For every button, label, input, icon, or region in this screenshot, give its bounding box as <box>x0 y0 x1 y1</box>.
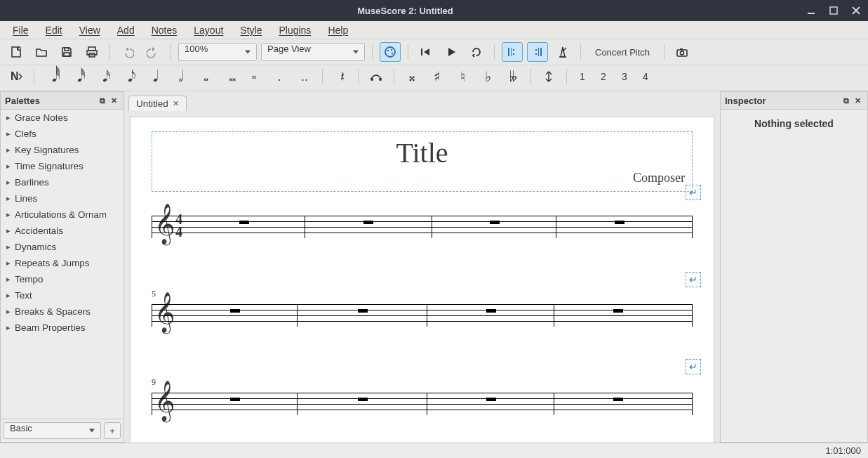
note-32nd-icon[interactable]: 𝅘𝅥𝅰 <box>67 67 88 86</box>
system-break-icon[interactable]: ↵ <box>686 272 701 287</box>
tie-icon[interactable] <box>366 67 387 86</box>
system-break-icon[interactable]: ↵ <box>686 185 701 200</box>
flat-icon[interactable]: ♭ <box>477 67 498 86</box>
close-icon[interactable]: ✕ <box>173 99 179 108</box>
note-8th-icon[interactable]: 𝅘𝅥𝅮 <box>117 67 138 86</box>
menu-help[interactable]: Help <box>321 23 355 37</box>
print-icon[interactable] <box>81 42 102 62</box>
double-dot-icon[interactable]: .. <box>294 67 315 86</box>
voice-1[interactable]: 1 <box>574 67 591 86</box>
note-half-icon[interactable]: 𝅗𝅥 <box>168 67 189 86</box>
menu-layout[interactable]: Layout <box>187 23 230 37</box>
voice-4[interactable]: 4 <box>637 67 654 86</box>
svg-point-13 <box>391 49 392 51</box>
palette-item-lines[interactable]: ▸Lines <box>1 190 123 207</box>
staff[interactable]: 𝄞 <box>152 299 693 332</box>
palette-item-key-signatures[interactable]: ▸Key Signatures <box>1 142 123 158</box>
note-quarter-icon[interactable]: 𝅘𝅥 <box>142 67 163 86</box>
natural-icon[interactable]: ♮ <box>452 67 473 86</box>
view-mode-combo[interactable]: Page View <box>261 43 365 61</box>
flip-icon[interactable] <box>538 67 559 86</box>
sharp-icon[interactable]: ♯ <box>427 67 448 86</box>
title-frame[interactable]: Title Composer <box>152 131 693 192</box>
rest-icon[interactable]: 𝄽 <box>330 67 351 86</box>
palette-item-tempo[interactable]: ▸Tempo <box>1 271 123 287</box>
note-16th-icon[interactable]: 𝅘𝅥𝅯 <box>92 67 113 86</box>
metronome-icon[interactable] <box>552 42 573 62</box>
note-whole-icon[interactable]: 𝅝 <box>193 67 214 86</box>
voice-2[interactable]: 2 <box>595 67 612 86</box>
repeat-start-icon[interactable] <box>502 42 523 62</box>
play-icon[interactable] <box>441 42 462 62</box>
repeat-end-icon[interactable] <box>527 42 548 62</box>
separator <box>171 44 171 60</box>
svg-point-27 <box>681 51 684 55</box>
separator <box>408 44 408 60</box>
staff[interactable]: 𝄞 <box>152 387 693 421</box>
palettes-title: Palettes <box>5 96 40 106</box>
menu-notes[interactable]: Notes <box>145 23 185 37</box>
chevron-right-icon: ▸ <box>6 242 11 251</box>
staff[interactable]: 𝄞 44 <box>152 210 693 244</box>
system-break-icon[interactable]: ↵ <box>686 359 701 374</box>
chevron-right-icon: ▸ <box>6 145 11 155</box>
rewind-icon[interactable] <box>415 42 436 62</box>
palette-item-grace-notes[interactable]: ▸Grace Notes <box>1 110 123 126</box>
maximize-button[interactable] <box>827 4 840 17</box>
tab-label: Untitled <box>136 98 168 109</box>
note-breve-icon[interactable]: 𝅜 <box>218 67 239 86</box>
open-file-icon[interactable] <box>31 42 52 62</box>
loop-icon[interactable] <box>466 42 487 62</box>
redo-icon[interactable] <box>142 42 163 62</box>
main-area: Palettes ⧉ ✕ ▸Grace Notes ▸Clefs ▸Key Si… <box>0 91 868 443</box>
separator <box>372 44 373 60</box>
menu-edit[interactable]: Edit <box>39 23 69 37</box>
palette-item-dynamics[interactable]: ▸Dynamics <box>1 239 123 255</box>
voice-3[interactable]: 3 <box>616 67 633 86</box>
palette-item-clefs[interactable]: ▸Clefs <box>1 126 123 142</box>
add-workspace-button[interactable]: + <box>104 422 121 439</box>
svg-rect-15 <box>421 48 422 55</box>
close-button[interactable] <box>850 4 862 17</box>
palette-item-barlines[interactable]: ▸Barlines <box>1 174 123 190</box>
palette-item-beam[interactable]: ▸Beam Properties <box>1 320 123 336</box>
composer-text[interactable]: Composer <box>159 171 685 185</box>
workspace-combo[interactable]: Basic <box>4 422 101 439</box>
note-longa-icon[interactable]: 𝆸 <box>243 67 265 86</box>
chevron-right-icon: ▸ <box>6 194 11 203</box>
close-icon[interactable]: ✕ <box>108 95 119 106</box>
save-icon[interactable] <box>56 42 77 62</box>
document-tab[interactable]: Untitled ✕ <box>128 96 187 111</box>
camera-icon[interactable] <box>672 42 693 62</box>
palette-item-articulations[interactable]: ▸Articulations & Ornaments <box>1 207 123 223</box>
palettes-header: Palettes ⧉ ✕ <box>1 92 123 110</box>
undo-icon[interactable] <box>117 42 138 62</box>
menu-style[interactable]: Style <box>233 23 269 37</box>
palette-item-accidentals[interactable]: ▸Accidentals <box>1 223 123 239</box>
double-sharp-icon[interactable]: 𝄪 <box>401 67 422 86</box>
concert-pitch-button[interactable]: Concert Pitch <box>588 43 657 61</box>
palette-item-text[interactable]: ▸Text <box>1 287 123 303</box>
menu-plugins[interactable]: Plugins <box>272 23 318 37</box>
menu-file[interactable]: File <box>6 23 36 37</box>
document-tabs: Untitled ✕ <box>124 91 720 111</box>
score-title[interactable]: Title <box>159 136 685 169</box>
close-icon[interactable]: ✕ <box>852 95 863 106</box>
palette-item-breaks[interactable]: ▸Breaks & Spacers <box>1 303 123 320</box>
minimize-button[interactable] <box>805 4 817 17</box>
score-canvas[interactable]: Title Composer ↵ ↵ ↵ 𝄞 44 <box>124 111 720 443</box>
note-input-icon[interactable]: N <box>6 67 27 86</box>
zoom-combo[interactable]: 100% <box>178 43 257 61</box>
undock-icon[interactable]: ⧉ <box>97 95 108 106</box>
double-flat-icon[interactable]: 𝄫 <box>502 67 523 86</box>
palette-item-time-signatures[interactable]: ▸Time Signatures <box>1 158 123 174</box>
new-file-icon[interactable]: ★ <box>6 42 27 62</box>
undock-icon[interactable]: ⧉ <box>841 95 852 106</box>
menu-view[interactable]: View <box>72 23 107 37</box>
note-64th-icon[interactable]: 𝅘𝅥𝅱 <box>41 67 62 86</box>
palette-item-repeats[interactable]: ▸Repeats & Jumps <box>1 255 123 271</box>
menu-add[interactable]: Add <box>110 23 142 37</box>
dot-icon[interactable]: . <box>269 67 290 86</box>
svg-rect-6 <box>65 48 69 51</box>
show-palette-icon[interactable] <box>380 42 401 62</box>
